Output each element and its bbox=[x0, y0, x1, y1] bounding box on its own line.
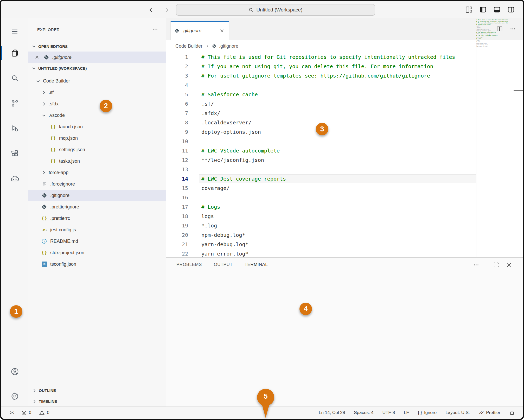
remote-indicator-icon: >< bbox=[10, 410, 14, 415]
tree-item--forceignore[interactable]: .forceignore bbox=[28, 178, 166, 190]
code-line-12[interactable]: 12**/lwc/jsconfig.json bbox=[166, 155, 523, 165]
status-spaces[interactable]: Spaces: 4 bbox=[354, 410, 374, 415]
timeline-section-header[interactable]: TIMELINE bbox=[28, 396, 166, 407]
panel-tab-terminal[interactable]: TERMINAL bbox=[245, 258, 268, 272]
warning-icon bbox=[39, 410, 45, 416]
close-editor-icon[interactable] bbox=[34, 54, 40, 61]
status-warning[interactable]: 0 bbox=[39, 410, 49, 416]
code-line-5[interactable]: 5# Salesforce cache bbox=[166, 90, 523, 99]
status-bell[interactable] bbox=[509, 410, 515, 416]
search-icon[interactable] bbox=[9, 72, 21, 84]
magnifier-icon bbox=[248, 7, 254, 12]
settings-gear-icon[interactable] bbox=[9, 390, 21, 402]
status-error[interactable]: 0 bbox=[21, 410, 31, 416]
more-actions-icon[interactable] bbox=[510, 26, 516, 32]
layout-customize-icon[interactable] bbox=[464, 5, 473, 14]
tree-item--gitignore[interactable]: .gitignore bbox=[28, 190, 166, 201]
toggle-primary-sidebar-icon[interactable] bbox=[478, 5, 487, 14]
json-file-icon: { } bbox=[50, 124, 56, 130]
status-remote-indicator[interactable]: >< bbox=[10, 410, 14, 415]
chevron-right-icon bbox=[41, 90, 47, 95]
code-line-15[interactable]: 15coverage/ bbox=[166, 183, 523, 193]
code-line-3[interactable]: 3# For useful gitignore templates see: h… bbox=[166, 71, 523, 80]
tree-item--prettierrc[interactable]: { }.prettierrc bbox=[28, 213, 166, 224]
code-line-18[interactable]: 18logs bbox=[166, 212, 523, 221]
code-line-10[interactable]: 10 bbox=[166, 137, 523, 146]
status-prettier[interactable]: ✓✓Prettier bbox=[479, 410, 500, 416]
activity-bar bbox=[1, 18, 29, 407]
run-debug-icon[interactable] bbox=[9, 122, 21, 135]
code-text: yarn-error.log* bbox=[201, 251, 248, 257]
code-line-13[interactable]: 13 bbox=[166, 165, 523, 174]
tree-item-sfdx-project-json[interactable]: { }sfdx-project.json bbox=[28, 247, 166, 258]
menu-icon[interactable] bbox=[9, 25, 21, 38]
panel-tab-output[interactable]: OUTPUT bbox=[214, 258, 233, 272]
open-editors-section-header[interactable]: OPEN EDITORS bbox=[28, 41, 166, 51]
code-line-16[interactable]: 16 bbox=[166, 193, 523, 202]
status-ln[interactable]: Ln 14, Col 28 bbox=[319, 410, 345, 415]
code-line-7[interactable]: 7.sfdx/ bbox=[166, 109, 523, 118]
sidebar-more-actions-button[interactable] bbox=[151, 25, 159, 33]
status-utf-8[interactable]: UTF-8 bbox=[382, 410, 395, 415]
gitignore-templates-link[interactable]: https://github.com/github/gitignore bbox=[321, 73, 430, 79]
tree-item-launch-json[interactable]: { }launch.json bbox=[28, 121, 166, 132]
tree-item-code-builder[interactable]: Code Builder bbox=[28, 75, 166, 87]
tree-item--sfdx[interactable]: .sfdx bbox=[28, 98, 166, 110]
code-line-14[interactable]: 14# LWC Jest coverage reports bbox=[166, 174, 523, 183]
explorer-files-icon[interactable] bbox=[9, 47, 21, 59]
navigate-back-button[interactable] bbox=[148, 5, 156, 14]
account-icon[interactable] bbox=[9, 365, 21, 378]
toggle-secondary-sidebar-icon[interactable] bbox=[507, 5, 515, 14]
code-line-6[interactable]: 6.sf/ bbox=[166, 99, 523, 109]
tree-item-tasks-json[interactable]: { }tasks.json bbox=[28, 155, 166, 167]
salesforce-cloud-icon[interactable] bbox=[9, 173, 21, 185]
source-control-icon[interactable] bbox=[9, 97, 21, 110]
outline-section-header[interactable]: OUTLINE bbox=[28, 385, 166, 396]
terminal-body[interactable] bbox=[166, 272, 523, 407]
code-line-17[interactable]: 17# Logs bbox=[166, 202, 523, 212]
code-line-8[interactable]: 8.localdevserver/ bbox=[166, 118, 523, 127]
tree-item-tsconfig-json[interactable]: TStsconfig.json bbox=[28, 258, 166, 270]
more-actions-icon[interactable] bbox=[473, 262, 479, 268]
code-text: .localdevserver/ bbox=[201, 119, 252, 126]
tree-item--vscode[interactable]: .vscode bbox=[28, 110, 166, 121]
code-line-21[interactable]: 21yarn-debug.log* bbox=[166, 240, 523, 249]
tree-item--prettierignore[interactable]: .prettierignore bbox=[28, 201, 166, 213]
code-line-20[interactable]: 20npm-debug.log* bbox=[166, 230, 523, 240]
breadcrumb-folder[interactable]: Code Builder bbox=[175, 43, 202, 49]
close-panel-icon[interactable] bbox=[506, 262, 512, 268]
code-line-11[interactable]: 11# LWC VSCode autocomplete bbox=[166, 146, 523, 155]
breadcrumb-file[interactable]: .gitignore bbox=[219, 43, 238, 49]
tree-item-label: force-app bbox=[49, 170, 68, 175]
tree-item-force-app[interactable]: force-app bbox=[28, 167, 166, 178]
code-line-2[interactable]: 2# If you are not using git, you can del… bbox=[166, 62, 523, 71]
status-ignore[interactable]: { }Ignore bbox=[418, 410, 437, 415]
chevron-down-icon bbox=[41, 112, 47, 118]
toggle-panel-icon[interactable] bbox=[493, 5, 501, 14]
code-line-19[interactable]: 19*.log bbox=[166, 221, 523, 230]
command-center-search[interactable]: Untitled (Workspace) bbox=[176, 4, 375, 16]
code-editor[interactable]: 1# This file is used for Git repositorie… bbox=[166, 52, 523, 258]
code-line-1[interactable]: 1# This file is used for Git repositorie… bbox=[166, 52, 523, 62]
line-number: 20 bbox=[166, 232, 188, 238]
code-line-4[interactable]: 4 bbox=[166, 80, 523, 90]
extensions-icon[interactable] bbox=[9, 147, 21, 160]
code-line-22[interactable]: 22yarn-error.log* bbox=[166, 249, 523, 258]
panel-tab-problems[interactable]: PROBLEMS bbox=[176, 258, 202, 272]
open-editor-item-gitignore[interactable]: .gitignore bbox=[28, 52, 166, 63]
scrollbar-thumb[interactable] bbox=[514, 90, 523, 91]
tree-item-mcp-json[interactable]: { }mcp.json bbox=[28, 132, 166, 144]
close-tab-icon[interactable] bbox=[219, 27, 225, 34]
tree-item--sf[interactable]: .sf bbox=[28, 87, 166, 98]
tree-item-jest-config-js[interactable]: JSjest.config.js bbox=[28, 224, 166, 236]
tree-item-settings-json[interactable]: { }settings.json bbox=[28, 144, 166, 155]
tree-item-readme-md[interactable]: README.md bbox=[28, 236, 166, 247]
code-line-9[interactable]: 9deploy-options.json bbox=[166, 127, 523, 137]
navigate-forward-button[interactable] bbox=[162, 5, 170, 14]
double-check-icon: ✓✓ bbox=[479, 410, 483, 416]
tab-gitignore[interactable]: .gitignore bbox=[170, 21, 229, 40]
workspace-section-header[interactable]: UNTITLED (WORKSPACE) bbox=[28, 63, 166, 73]
maximize-panel-icon[interactable] bbox=[493, 262, 499, 268]
status-layout[interactable]: Layout: U.S. bbox=[445, 410, 470, 415]
status-lf[interactable]: LF bbox=[404, 410, 409, 415]
